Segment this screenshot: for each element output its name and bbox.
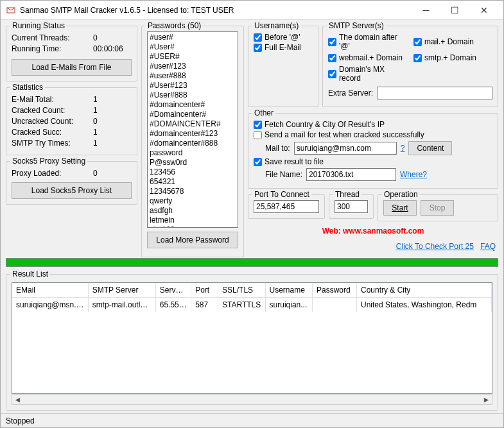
running-status-group: Running Status Current Threads:0 Running… — [6, 26, 137, 81]
full-email-checkbox[interactable]: Full E-Mail — [254, 43, 313, 52]
smtp-legend: SMTP Server(s) — [327, 21, 386, 30]
proxy-loaded-value: 0 — [93, 169, 132, 178]
file-name-label: File Name: — [265, 170, 302, 179]
other-legend: Other — [252, 108, 275, 117]
faq-link[interactable]: FAQ — [480, 242, 496, 251]
column-header[interactable]: EMail — [12, 283, 89, 297]
port-legend: Port To Connect — [252, 190, 311, 199]
extra-server-input[interactable] — [377, 87, 492, 99]
file-name-input[interactable] — [306, 168, 396, 181]
titlebar: Sanmao SMTP Mail Cracker v1.6.5 - Licens… — [1, 1, 503, 20]
stat-value: 1 — [93, 128, 132, 137]
start-button[interactable]: Start — [383, 200, 417, 216]
thread-legend: Thread — [333, 190, 361, 199]
stat-value: 0 — [93, 117, 132, 126]
fetch-country-checkbox[interactable]: Fetch Country & City Of Result's IP — [254, 120, 492, 129]
operation-group: Operation Start Stop — [378, 194, 498, 221]
statistics-legend: Statistics — [10, 83, 45, 92]
other-group: Other Fetch Country & City Of Result's I… — [248, 113, 498, 189]
operation-legend: Operation — [382, 190, 420, 199]
usernames-group: Username(s) Before '@' Full E-Mail — [248, 26, 318, 107]
proxy-loaded-label: Proxy Loaded: — [12, 169, 93, 178]
load-password-button[interactable]: Load More Password — [147, 232, 238, 248]
proxy-legend: Socks5 Proxy Setting — [10, 157, 87, 166]
stat-value: 1 — [93, 139, 132, 148]
minimize-button[interactable]: ─ — [412, 1, 440, 19]
progress-bar — [6, 258, 498, 267]
close-button[interactable]: ✕ — [469, 1, 498, 19]
thread-group: Thread — [329, 194, 374, 219]
usernames-legend: Username(s) — [252, 21, 300, 30]
table-row[interactable]: suruiqiang@msn.comsmtp-mail.outloo...65.… — [12, 298, 492, 312]
stat-label: Uncracked Count: — [12, 117, 93, 126]
mail-domain-checkbox[interactable]: mail.+ Domain — [413, 33, 492, 51]
stop-button[interactable]: Stop — [421, 200, 454, 216]
statistics-group: Statistics E-Mail Total:1Cracked Count:1… — [6, 87, 137, 155]
smtp-servers-group: SMTP Server(s) The domain after '@' mail… — [322, 26, 498, 107]
mailto-input[interactable] — [294, 142, 397, 155]
result-legend: Result List — [10, 270, 50, 278]
running-time-label: Running Time: — [12, 44, 93, 53]
status-bar: Stopped — [1, 413, 503, 427]
where-link[interactable]: Where? — [400, 170, 427, 179]
app-icon — [6, 5, 16, 15]
extra-server-label: Extra Server: — [328, 89, 373, 98]
stat-label: Cracked Succ: — [12, 128, 93, 137]
column-header[interactable]: Password — [313, 283, 357, 297]
column-header[interactable]: Port — [191, 283, 218, 297]
horizontal-scrollbar[interactable]: ◄► — [12, 394, 492, 405]
stat-label: Cracked Count: — [12, 106, 93, 115]
app-window: Sanmao SMTP Mail Cracker v1.6.5 - Licens… — [0, 0, 504, 428]
running-time-value: 00:00:06 — [93, 44, 132, 53]
mailto-label: Mail to: — [265, 144, 290, 153]
status-text: Stopped — [6, 416, 35, 425]
column-header[interactable]: Country & City — [357, 283, 492, 297]
check-port-link[interactable]: Click To Check Port 25 — [396, 242, 474, 251]
column-header[interactable]: Username — [266, 283, 313, 297]
column-header[interactable]: SSL/TLS — [218, 283, 265, 297]
proxy-group: Socks5 Proxy Setting Proxy Loaded:0 Load… — [6, 161, 137, 205]
domain-after-at-checkbox[interactable]: The domain after '@' — [328, 33, 407, 51]
stat-value: 1 — [93, 95, 132, 104]
load-proxy-button[interactable]: Load Socks5 Proxy List — [12, 182, 132, 199]
column-header[interactable]: Server IP — [156, 283, 191, 297]
send-test-checkbox[interactable]: Send a mail for test when cracked succes… — [254, 130, 492, 139]
threads-label: Current Threads: — [12, 33, 93, 42]
smtp-domain-checkbox[interactable]: smtp.+ Domain — [413, 53, 492, 62]
save-result-checkbox[interactable]: Save result to file — [254, 157, 492, 166]
before-at-checkbox[interactable]: Before '@' — [254, 33, 313, 42]
web-line: Web: www.sanmaosoft.com — [248, 224, 498, 238]
passwords-group: Passwords (50) #user# #User# #USER# #use… — [141, 26, 244, 257]
result-table[interactable]: EMailSMTP ServerServer IPPortSSL/TLSUser… — [12, 282, 492, 394]
help-link[interactable]: ? — [401, 144, 405, 153]
stat-label: SMTP Try Times: — [12, 139, 93, 148]
port-input[interactable] — [254, 200, 319, 213]
stat-value: 1 — [93, 106, 132, 115]
passwords-legend: Passwords (50) — [146, 21, 203, 30]
mx-record-checkbox[interactable]: Domain's MX record — [328, 65, 407, 83]
maximize-button[interactable]: ☐ — [440, 1, 469, 19]
thread-input[interactable] — [335, 200, 368, 213]
result-list-group: Result List EMailSMTP ServerServer IPPor… — [6, 274, 498, 411]
load-emails-button[interactable]: Load E-Mails From File — [12, 59, 132, 76]
password-list[interactable]: #user# #User# #USER# #user#123 #user#888… — [147, 31, 238, 228]
stat-label: E-Mail Total: — [12, 95, 93, 104]
content-button[interactable]: Content — [408, 141, 452, 155]
webmail-domain-checkbox[interactable]: webmail.+ Domain — [328, 53, 407, 62]
running-status-legend: Running Status — [10, 21, 67, 30]
column-header[interactable]: SMTP Server — [89, 283, 156, 297]
threads-value: 0 — [93, 33, 132, 42]
window-title: Sanmao SMTP Mail Cracker v1.6.5 - Licens… — [20, 6, 412, 15]
port-group: Port To Connect — [248, 194, 325, 219]
